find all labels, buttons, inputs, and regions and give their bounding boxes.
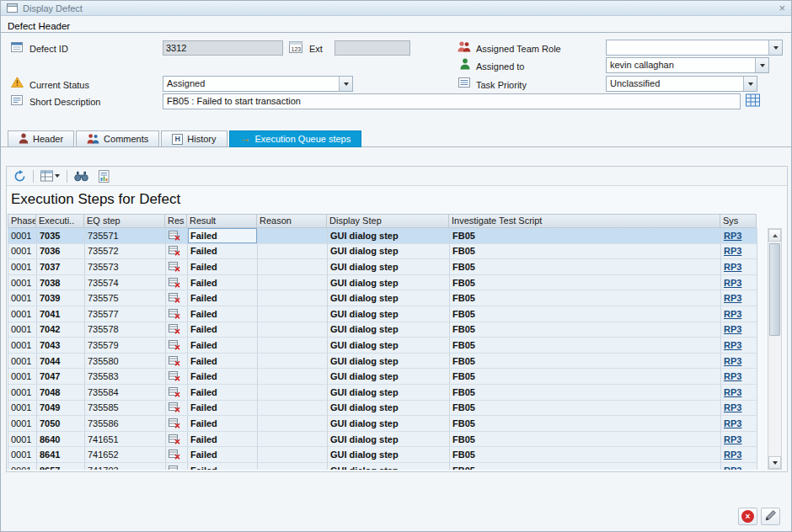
table-row[interactable]: 0001 7039 735575 Failed GUI dialog step … bbox=[8, 290, 757, 306]
tab-history[interactable]: H History bbox=[161, 130, 227, 147]
scrollbar-thumb[interactable] bbox=[769, 243, 780, 336]
sys-link[interactable]: RP3 bbox=[724, 309, 741, 319]
table-row[interactable]: 0001 7038 735574 Failed GUI dialog step … bbox=[8, 275, 757, 291]
sys-link[interactable]: RP3 bbox=[724, 324, 741, 334]
table-row[interactable]: 0001 7036 735572 Failed GUI dialog step … bbox=[8, 244, 757, 260]
cell-res[interactable] bbox=[166, 338, 188, 354]
close-icon[interactable]: × bbox=[779, 3, 785, 13]
vertical-scrollbar[interactable] bbox=[768, 228, 782, 470]
sys-link[interactable]: RP3 bbox=[724, 387, 741, 397]
table-row[interactable]: 0001 7048 735584 Failed GUI dialog step … bbox=[8, 385, 757, 401]
tab-header[interactable]: Header bbox=[8, 130, 74, 147]
table-row[interactable]: 0001 7050 735586 Failed GUI dialog step … bbox=[8, 416, 757, 432]
edit-button[interactable] bbox=[761, 508, 780, 525]
sys-link[interactable]: RP3 bbox=[724, 293, 741, 303]
column-header-test-script[interactable]: Investigate Test Script bbox=[449, 214, 720, 228]
column-header-sys[interactable]: Sys bbox=[720, 214, 757, 228]
display-result-icon bbox=[169, 278, 180, 288]
sys-link[interactable]: RP3 bbox=[724, 340, 741, 350]
execution-steps-tab-icon: → bbox=[240, 134, 251, 144]
tab-label: Execution Queue steps bbox=[255, 134, 351, 144]
table-row[interactable]: 0001 7044 735580 Failed GUI dialog step … bbox=[8, 354, 757, 370]
cell-reason bbox=[258, 401, 328, 417]
cell-res[interactable] bbox=[166, 354, 188, 370]
table-row[interactable]: 0001 8640 741651 Failed GUI dialog step … bbox=[8, 432, 757, 448]
sys-link[interactable]: RP3 bbox=[724, 450, 741, 460]
defect-id-field[interactable]: 3312 bbox=[163, 40, 283, 56]
scroll-up-icon[interactable] bbox=[768, 229, 781, 242]
cell-execution: 7038 bbox=[37, 275, 85, 291]
layout-dropdown-arrow-icon[interactable] bbox=[55, 174, 60, 178]
cell-res[interactable] bbox=[166, 322, 188, 338]
short-description-field[interactable]: FB05 : Failed to start transaction bbox=[163, 93, 741, 109]
tab-comments[interactable]: Comments bbox=[76, 130, 159, 147]
assigned-to-icon bbox=[460, 58, 470, 70]
display-result-icon bbox=[169, 262, 180, 272]
table-row[interactable]: 0001 8657 741703 Failed GUI dialog step … bbox=[8, 463, 757, 470]
cell-res[interactable] bbox=[166, 385, 188, 401]
display-log-button[interactable] bbox=[95, 168, 112, 184]
cell-execution: 7047 bbox=[37, 369, 85, 385]
display-result-icon bbox=[169, 387, 180, 397]
sys-link[interactable]: RP3 bbox=[724, 402, 741, 412]
cell-test-script: FB05 bbox=[450, 416, 721, 432]
change-layout-button[interactable] bbox=[38, 168, 62, 184]
cell-res[interactable] bbox=[166, 432, 188, 448]
table-row[interactable]: 0001 7047 735583 Failed GUI dialog step … bbox=[8, 369, 757, 385]
cancel-button[interactable]: × bbox=[738, 508, 757, 525]
cell-res[interactable] bbox=[166, 244, 188, 260]
sys-link[interactable]: RP3 bbox=[724, 371, 741, 381]
assigned-to-select[interactable]: kevin callaghan bbox=[606, 57, 769, 73]
table-row[interactable]: 0001 8641 741652 Failed GUI dialog step … bbox=[8, 447, 757, 463]
comments-tab-icon bbox=[87, 133, 99, 146]
cell-res[interactable] bbox=[166, 259, 188, 275]
cell-eq-step: 735577 bbox=[85, 306, 166, 322]
dropdown-arrow-icon[interactable] bbox=[339, 77, 352, 91]
column-header-display-step[interactable]: Display Step bbox=[327, 214, 449, 228]
sys-link[interactable]: RP3 bbox=[724, 262, 741, 272]
table-row[interactable]: 0001 7035 735571 Failed GUI dialog step … bbox=[8, 228, 757, 244]
sys-link[interactable]: RP3 bbox=[724, 231, 741, 241]
table-row[interactable]: 0001 7049 735585 Failed GUI dialog step … bbox=[8, 401, 757, 417]
cell-res[interactable] bbox=[166, 228, 188, 244]
find-binoculars-button[interactable] bbox=[72, 168, 91, 184]
dropdown-arrow-icon[interactable] bbox=[743, 77, 757, 91]
table-row[interactable]: 0001 7037 735573 Failed GUI dialog step … bbox=[8, 259, 757, 275]
column-header-res[interactable]: Res bbox=[165, 214, 187, 228]
table-row[interactable]: 0001 7041 735577 Failed GUI dialog step … bbox=[8, 306, 757, 322]
cell-res[interactable] bbox=[166, 290, 188, 306]
ext-field[interactable] bbox=[334, 40, 410, 56]
cell-result: Failed bbox=[188, 401, 258, 417]
column-header-eq-step[interactable]: EQ step bbox=[84, 214, 165, 228]
current-status-select[interactable]: Assigned bbox=[163, 76, 353, 92]
sys-link[interactable]: RP3 bbox=[724, 418, 741, 428]
cell-res[interactable] bbox=[166, 416, 188, 432]
sys-link[interactable]: RP3 bbox=[724, 356, 741, 366]
cell-result: Failed bbox=[188, 306, 258, 322]
dropdown-arrow-icon[interactable] bbox=[768, 40, 782, 55]
scroll-down-icon[interactable] bbox=[768, 456, 781, 469]
column-header-phase[interactable]: Phase bbox=[8, 214, 36, 228]
task-priority-select[interactable]: Unclassified bbox=[606, 76, 757, 92]
table-row[interactable]: 0001 7042 735578 Failed GUI dialog step … bbox=[8, 322, 757, 338]
cell-res[interactable] bbox=[166, 306, 188, 322]
cell-res[interactable] bbox=[166, 275, 188, 291]
column-header-reason[interactable]: Reason bbox=[257, 214, 327, 228]
column-header-result[interactable]: Result bbox=[187, 214, 257, 228]
table-header-row: Phase Executi.. EQ step Res Result Reaso… bbox=[8, 214, 757, 228]
assigned-team-role-select[interactable] bbox=[606, 40, 783, 56]
dropdown-arrow-icon[interactable] bbox=[755, 58, 768, 72]
refresh-button[interactable] bbox=[11, 168, 29, 184]
sys-link[interactable]: RP3 bbox=[724, 434, 741, 444]
cell-res[interactable] bbox=[166, 401, 188, 417]
column-header-execution[interactable]: Executi.. bbox=[36, 214, 84, 228]
sys-link[interactable]: RP3 bbox=[724, 246, 741, 256]
sys-link[interactable]: RP3 bbox=[724, 466, 741, 470]
sys-link[interactable]: RP3 bbox=[724, 278, 741, 288]
cell-res[interactable] bbox=[166, 447, 188, 463]
cell-res[interactable] bbox=[166, 369, 188, 385]
cell-res[interactable] bbox=[166, 463, 188, 470]
description-table-icon[interactable] bbox=[746, 93, 760, 107]
tab-execution-queue-steps[interactable]: → Execution Queue steps bbox=[229, 130, 362, 147]
table-row[interactable]: 0001 7043 735579 Failed GUI dialog step … bbox=[8, 338, 757, 354]
